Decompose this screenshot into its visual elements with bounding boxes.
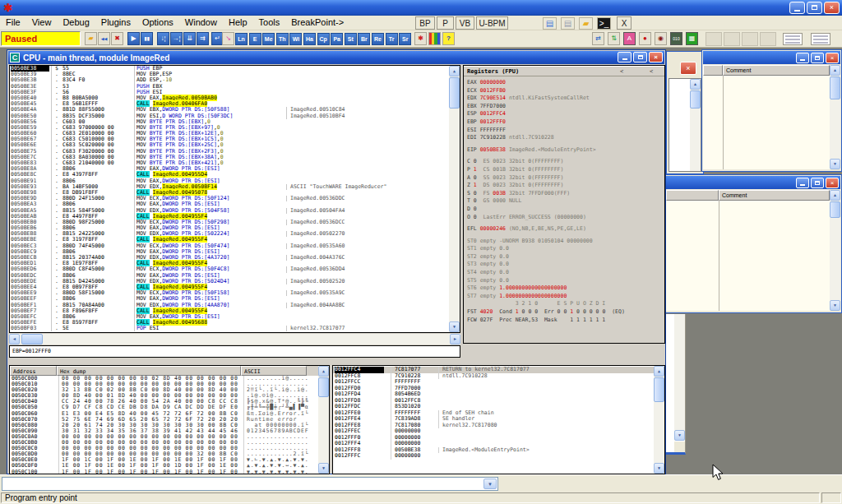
register-line[interactable]: P 1 CS 001B 32bit 0(FFFFFFFF)	[464, 166, 664, 174]
register-line[interactable]: EDI 7C910228 ntdll.7C910228	[464, 134, 664, 142]
restore-button[interactable]	[807, 2, 822, 14]
register-line[interactable]: FST 4020 Cond 1 0 0 0 Err 0 0 1 0 0 0 0 …	[464, 308, 664, 317]
menu-item-file[interactable]: File	[0, 16, 26, 30]
dump-pane[interactable]: Address Hex dump ASCII 0050C00000 00 00 …	[9, 365, 330, 474]
animate-into-icon[interactable]: ⇊	[183, 32, 196, 45]
minimize-button[interactable]	[789, 2, 805, 14]
stack-row[interactable]: 0012FFD07FFD7000	[333, 386, 664, 392]
menu-close-button[interactable]: X	[617, 16, 632, 30]
register-line[interactable]: ST4 empty 0.0	[464, 269, 664, 277]
close-icon[interactable]: ×	[649, 52, 663, 62]
swap-icon[interactable]: ⇄	[592, 32, 604, 45]
stack-row[interactable]: 0012FFC47C817077RETURN to kernel32.7C817…	[333, 367, 664, 373]
register-line[interactable]: ST1 empty 0.0	[464, 245, 664, 253]
ubpm-button[interactable]: U-BPM	[476, 16, 508, 30]
comment-window-top-titlebar[interactable]: ×	[703, 51, 840, 64]
disasm-row[interactable]: 0050BE3B.83C4 F0ADD ESP,-10	[10, 77, 460, 83]
menu-item-window[interactable]: Window	[179, 16, 223, 30]
tab-button-sr[interactable]: Sr	[399, 33, 411, 45]
register-line[interactable]: Z 1 DS 0023 32bit 0(FFFFFFFF)	[464, 182, 664, 190]
stack-row[interactable]: 0012FFE0FFFFFFFFEnd of SEH chain	[333, 410, 664, 417]
run-icon[interactable]: ▶	[127, 32, 140, 45]
disasm-row[interactable]: 0050BEFE.E8 8597F8FFCALL ImageRed.004956…	[10, 320, 460, 326]
disasm-row[interactable]: 0050BE8C.E8 4397F8FFCALL ImageRed.004955…	[10, 172, 460, 178]
comment-window-top-scrollbar[interactable]: ▲ ▼	[830, 65, 840, 169]
comment-window-middle-titlebar[interactable]: ×	[666, 176, 840, 189]
column-header-blank[interactable]	[666, 190, 719, 201]
disasm-row[interactable]: 0050BE38$55PUSH EBP	[10, 66, 460, 72]
record-icon[interactable]: ●	[639, 32, 651, 45]
register-line[interactable]: EBP 0012FFF0	[464, 118, 664, 127]
register-line[interactable]: ST3 empty 0.0	[464, 261, 664, 269]
command-input[interactable]: ▼	[2, 477, 498, 491]
register-line[interactable]: ST6 empty 1.0000000000000000000	[464, 284, 664, 293]
tab-button-st[interactable]: St	[345, 33, 357, 45]
chevron-down-icon[interactable]: ▼	[483, 479, 497, 489]
tab-button-cp[interactable]: Cp	[317, 33, 330, 45]
tab-button-ha[interactable]: Ha	[303, 33, 316, 45]
register-line[interactable]: ESP 0012FFC4	[464, 110, 664, 118]
disasm-row[interactable]: 0050BEB0.8B0D 98F25000MOV ECX,DWORD PTR …	[10, 220, 460, 225]
tab-button-me[interactable]: Me	[262, 33, 275, 45]
register-line[interactable]: ST2 empty 0.0	[464, 253, 664, 261]
menu-item-tools[interactable]: Tools	[253, 16, 286, 30]
step-over-icon[interactable]: →¦	[170, 32, 183, 45]
disasm-row[interactable]: 0050BE83.C683 21040000 00MOV BYTE PTR DS…	[10, 160, 460, 166]
register-line[interactable]: C 0 ES 0023 32bit 0(FFFFFFFF)	[464, 158, 664, 166]
stack-pane[interactable]: 0012FFC47C817077RETURN to kernel32.7C817…	[332, 365, 665, 474]
tab-button-br[interactable]: Br	[358, 33, 370, 45]
step-into-icon[interactable]: ↓¦	[157, 32, 169, 45]
menu-item-plugins[interactable]: Plugins	[95, 16, 136, 30]
stack-row[interactable]: 0012FFFC00000000	[333, 453, 664, 460]
help-icon[interactable]: ?	[442, 32, 455, 45]
tab-button-tr[interactable]: Tr	[386, 33, 398, 45]
stack-row[interactable]: 0012FFD80012FFC8	[333, 398, 664, 405]
goto-arrow-icon[interactable]: ↘	[222, 32, 234, 45]
close-icon[interactable]: ×	[826, 178, 839, 188]
disassembly-hscrollbar[interactable]: ◄ ►	[9, 334, 460, 344]
bp-button[interactable]: BP	[415, 16, 435, 30]
options-gear-icon[interactable]: ✱	[414, 32, 427, 45]
registers-pin-right[interactable]: <	[650, 68, 653, 75]
register-line[interactable]: FCW 027F Prec NEAR,53 Mask 1 1 1 1 1 1	[464, 317, 664, 325]
disasm-row[interactable]: 0050BEF7.E8 F896F8FFCALL ImageRed.004955…	[10, 308, 460, 314]
close-program-icon[interactable]: ✖	[111, 32, 123, 45]
fragment-close-button[interactable]: ×	[680, 62, 696, 75]
maximize-button[interactable]	[811, 178, 824, 188]
close-button[interactable]: ×	[824, 2, 840, 14]
register-line[interactable]: A 0 SS 0023 32bit 0(FFFFFFFF)	[464, 174, 664, 183]
tab-button-re[interactable]: Re	[372, 33, 384, 45]
notes-icon[interactable]	[811, 33, 830, 45]
stack-row[interactable]: 0012FFE87C817080kernel32.7C817080	[333, 423, 664, 429]
cpu-titlebar[interactable]: C CPU - main thread, module ImageRed ×	[8, 51, 664, 64]
comment-list[interactable]	[666, 201, 830, 311]
stack-row[interactable]: 0012FFCCFFFFFFFF	[333, 379, 664, 386]
minimize-button[interactable]	[618, 52, 632, 62]
list-icon[interactable]	[783, 33, 803, 45]
column-header-blank[interactable]	[703, 65, 723, 76]
column-header-comment[interactable]: Comment	[723, 65, 830, 76]
tab-button-pa[interactable]: Pa	[331, 33, 343, 45]
vb-button[interactable]: VB	[456, 16, 474, 30]
window-icon[interactable]: ▦	[686, 32, 698, 45]
register-line[interactable]: 3 2 1 0 E S P U O Z D I	[464, 300, 664, 308]
titlebar[interactable]: ✱ ×	[0, 0, 842, 16]
registers-pane[interactable]: Registers (FPU) < < EAX 00000000ECX 0012…	[463, 65, 665, 344]
menu-item-options[interactable]: Options	[136, 16, 179, 30]
register-line[interactable]: ESI FFFFFFFF	[464, 127, 664, 135]
appearance-icon[interactable]	[428, 32, 441, 45]
comment-list[interactable]	[703, 76, 830, 169]
animate-over-icon[interactable]: ⇉	[197, 32, 209, 45]
new-document-icon[interactable]: ▤	[543, 17, 557, 30]
register-line[interactable]: ST7 empty 1.0000000000000000000	[464, 293, 664, 301]
registers-pin-left[interactable]: <	[620, 68, 623, 75]
stack-row[interactable]: 0012FFC87C910228ntdll.7C910228	[333, 373, 664, 380]
register-line[interactable]: O 0 LastErr ERROR_SUCCESS (00000000)	[464, 214, 664, 222]
column-header-comment[interactable]: Comment	[719, 190, 830, 201]
console-icon[interactable]: >_	[597, 17, 611, 30]
register-line[interactable]: T 0 GS 0000 NULL	[464, 197, 664, 206]
info-pane[interactable]: EBP=0012FFF0	[9, 345, 460, 358]
stack-row[interactable]: 0012FFF000000000	[333, 435, 664, 442]
disasm-row[interactable]: 0050BEC3.8B0D 74F45000MOV ECX,DWORD PTR …	[10, 243, 460, 249]
pause-icon[interactable]: ▮▮	[141, 32, 153, 45]
